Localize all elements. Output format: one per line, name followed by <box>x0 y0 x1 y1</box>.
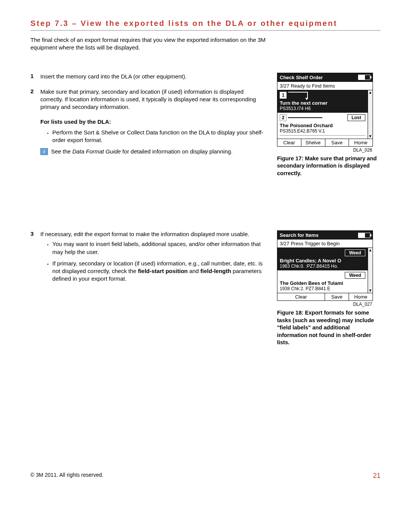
home-button[interactable]: Home <box>349 139 373 146</box>
step-text: Make sure that primary, secondary and lo… <box>40 88 266 111</box>
info-prefix: See the <box>51 148 72 155</box>
clear-button[interactable]: Clear <box>277 139 301 146</box>
figure-caption: Figure 18: Export formats for some tasks… <box>277 309 381 347</box>
step-text: Insert the memory card into the DLA (or … <box>40 73 266 80</box>
item-title: Bright Candles; A Novel O <box>280 258 365 264</box>
intro-text: The final check of an export format requ… <box>30 36 274 52</box>
device-screenshot-2: Search for Items 3/27 Press Trigger to B… <box>277 230 373 301</box>
status-pill: Lost <box>347 114 365 121</box>
item-title: Turn the next corner <box>280 100 365 106</box>
item-number-box: 1 <box>280 92 287 99</box>
info-suffix: for detailed information on display plan… <box>121 148 233 155</box>
clear-button[interactable]: Clear <box>277 293 325 300</box>
scrollbar[interactable]: ▲ ▼ <box>368 90 373 139</box>
info-italic: Data Format Guide <box>72 148 121 155</box>
figure-caption: Figure 17: Make sure that primary and se… <box>277 155 381 177</box>
arrow-icon <box>288 92 308 98</box>
device-status: 3/27 Press Trigger to Begin <box>277 240 373 248</box>
device-screenshot-1: Check Shelf Order 3/27 Ready to Find Ite… <box>277 73 373 147</box>
section-title: Step 7.3 – View the exported lists on th… <box>30 19 381 31</box>
status-pill: Weed <box>345 272 365 279</box>
scrollbar[interactable]: ▲ ▼ <box>368 248 373 293</box>
battery-icon <box>358 233 370 238</box>
device-title: Check Shelf Order <box>280 75 323 80</box>
bullet-text: You may want to insert field labels, add… <box>53 240 266 256</box>
bullet-text: Perform the Sort & Shelve or Collect Dat… <box>53 129 266 144</box>
save-button[interactable]: Save <box>325 139 349 146</box>
shelve-button[interactable]: Shelve <box>301 139 325 146</box>
item-subtitle: PS3513.I74 H6 <box>280 106 365 111</box>
scroll-up-icon[interactable]: ▲ <box>368 90 373 95</box>
info-icon: i <box>40 148 48 155</box>
sub-heading: For lists used by the DLA: <box>40 118 266 126</box>
scroll-up-icon[interactable]: ▲ <box>368 248 373 252</box>
item-title: The Golden Bees of Tulami <box>280 280 365 286</box>
battery-icon <box>358 75 370 80</box>
copyright-text: © 3M 2011. All rights reserved. <box>30 472 104 480</box>
step-text: If necessary, edit the export format to … <box>40 230 266 238</box>
scroll-down-icon[interactable]: ▼ <box>368 134 373 139</box>
page-number: 21 <box>373 472 381 480</box>
item-subtitle: 1938 Chk:2. PZ7.B841 E <box>280 286 365 291</box>
item-number-box: 2 <box>280 114 287 121</box>
info-text: See the Data Format Guide for detailed i… <box>51 148 233 155</box>
figure-id: DLA_026 <box>277 147 372 153</box>
scroll-down-icon[interactable]: ▼ <box>368 288 373 293</box>
step-number: 3 <box>30 230 40 287</box>
bullet-text: If primary, secondary or location (if us… <box>53 260 266 283</box>
item-subtitle: 1963 Chk:0. :PZ7.B6415 Ho. <box>280 264 365 269</box>
status-pill: Weed <box>345 249 365 256</box>
device-status: 3/27 Ready to Find Items <box>277 82 373 90</box>
device-title: Search for Items <box>280 232 319 238</box>
home-button[interactable]: Home <box>349 293 373 300</box>
save-button[interactable]: Save <box>325 293 349 300</box>
figure-id: DLA_027 <box>277 302 372 307</box>
item-title: The Poisoned Orchard <box>280 123 365 128</box>
step-number: 2 <box>30 88 40 160</box>
step-number: 1 <box>30 73 40 80</box>
item-subtitle: PS3515.E42.B765 V.1 <box>280 128 365 134</box>
